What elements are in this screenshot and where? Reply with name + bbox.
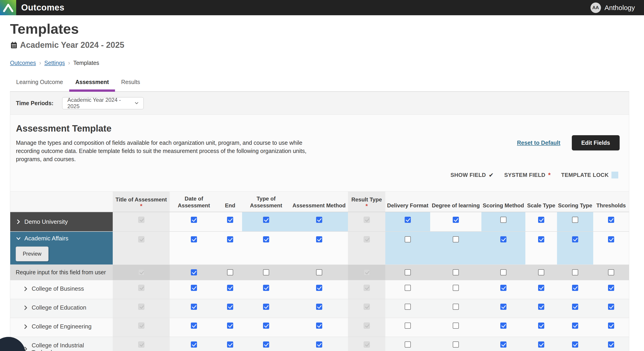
checkbox-scoring-method[interactable] — [500, 285, 506, 291]
org-cell-college-of-education[interactable]: College of Education — [10, 299, 113, 318]
checkbox-end[interactable] — [227, 342, 233, 348]
checkbox-scoring-type[interactable] — [572, 304, 578, 310]
checkbox-assessment-method[interactable] — [316, 269, 322, 275]
checkbox-type-of-assessment[interactable] — [263, 342, 269, 348]
checkbox-type-of-assessment[interactable] — [263, 285, 269, 291]
checkbox-scale-type[interactable] — [538, 285, 544, 291]
cell-college-of-engineering-delivery-format — [385, 318, 430, 337]
checkbox-scoring-method[interactable] — [500, 304, 506, 310]
cell-demo-university-date-of-assessment — [170, 212, 218, 231]
checkbox-delivery-format[interactable] — [405, 342, 411, 348]
org-cell-college-of-industrial-technology[interactable]: College of Industrial Technology — [10, 337, 113, 351]
checkbox-assessment-method[interactable] — [316, 217, 322, 223]
chevron-right-icon — [23, 286, 28, 292]
org-cell-college-of-business[interactable]: College of Business — [10, 280, 113, 299]
checkbox-delivery-format[interactable] — [405, 285, 411, 291]
checkbox-assessment-method[interactable] — [316, 342, 322, 348]
checkbox-thresholds[interactable] — [608, 304, 614, 310]
checkbox-thresholds[interactable] — [608, 285, 614, 291]
checkbox-assessment-method[interactable] — [316, 323, 322, 329]
checkbox-assessment-method[interactable] — [316, 236, 322, 242]
edit-fields-button[interactable]: Edit Fields — [572, 135, 620, 150]
checkbox-scoring-method[interactable] — [500, 217, 506, 223]
checkbox-degree-of-learning[interactable] — [453, 217, 459, 223]
checkbox-type-of-assessment[interactable] — [263, 236, 269, 242]
breadcrumb-outcomes[interactable]: Outcomes — [10, 60, 36, 66]
checkbox-scoring-type[interactable] — [572, 217, 578, 223]
checkbox-delivery-format[interactable] — [405, 217, 411, 223]
tab-results[interactable]: Results — [115, 77, 146, 91]
checkbox-degree-of-learning[interactable] — [453, 285, 459, 291]
checkbox-end[interactable] — [227, 285, 233, 291]
checkbox-assessment-method[interactable] — [316, 304, 322, 310]
checkbox-end[interactable] — [227, 323, 233, 329]
breadcrumb-settings[interactable]: Settings — [44, 60, 65, 66]
cell-college-of-business-thresholds — [593, 280, 629, 299]
checkbox-scale-type[interactable] — [538, 304, 544, 310]
checkbox-delivery-format[interactable] — [405, 269, 411, 275]
assessment-template-panel: Time Periods: Academic Year 2024 - 2025 … — [10, 92, 629, 351]
checkbox-type-of-assessment[interactable] — [263, 217, 269, 223]
checkbox-type-of-assessment[interactable] — [263, 304, 269, 310]
checkbox-thresholds[interactable] — [608, 236, 614, 242]
checkbox-delivery-format[interactable] — [405, 304, 411, 310]
checkbox-scoring-type[interactable] — [572, 236, 578, 242]
checkbox-scale-type[interactable] — [538, 236, 544, 242]
checkbox-date-of-assessment[interactable] — [191, 285, 197, 291]
table-header-row: Title of Assessment*Date of AssessmentEn… — [10, 192, 629, 212]
checkbox-degree-of-learning[interactable] — [453, 323, 459, 329]
column-header-scoring-type: Scoring Type — [557, 192, 593, 212]
cell-college-of-education-thresholds — [593, 299, 629, 318]
checkbox-date-of-assessment[interactable] — [191, 323, 197, 329]
checkbox-end[interactable] — [227, 269, 233, 275]
checkbox-scale-type[interactable] — [538, 217, 544, 223]
checkbox-type-of-assessment[interactable] — [263, 269, 269, 275]
checkbox-date-of-assessment[interactable] — [191, 236, 197, 242]
checkbox-scoring-type[interactable] — [572, 285, 578, 291]
checkbox-thresholds[interactable] — [608, 217, 614, 223]
checkbox-delivery-format[interactable] — [405, 236, 411, 242]
column-header-label: End — [225, 202, 235, 209]
checkbox-scale-type[interactable] — [538, 323, 544, 329]
checkbox-degree-of-learning[interactable] — [453, 236, 459, 242]
checkbox-thresholds[interactable] — [608, 342, 614, 348]
checkbox-scoring-type[interactable] — [572, 323, 578, 329]
panel-body: Assessment Template Manage the types and… — [10, 115, 629, 186]
org-cell-academic-affairs[interactable]: Academic AffairsPreview — [10, 232, 113, 265]
checkbox-scoring-type[interactable] — [572, 269, 578, 275]
tab-learning-outcome[interactable]: Learning Outcome — [10, 77, 69, 91]
checkbox-end[interactable] — [227, 236, 233, 242]
checkbox-scale-type[interactable] — [538, 342, 544, 348]
checkbox-scale-type[interactable] — [538, 269, 544, 275]
checkbox-thresholds[interactable] — [608, 269, 614, 275]
column-header-degree-of-learning: Degree of learning — [430, 192, 482, 212]
checkbox-scoring-type[interactable] — [572, 342, 578, 348]
checkbox-date-of-assessment[interactable] — [191, 269, 197, 275]
user-menu[interactable]: AA Anthology — [590, 2, 644, 13]
checkbox-date-of-assessment[interactable] — [191, 217, 197, 223]
tab-assessment[interactable]: Assessment — [69, 77, 115, 91]
reset-to-default-link[interactable]: Reset to Default — [517, 140, 560, 146]
preview-button[interactable]: Preview — [16, 247, 48, 261]
checkbox-scoring-method[interactable] — [500, 342, 506, 348]
checkbox-delivery-format[interactable] — [405, 323, 411, 329]
checkbox-degree-of-learning[interactable] — [453, 269, 459, 275]
checkbox-date-of-assessment[interactable] — [191, 342, 197, 348]
checkbox-scoring-method[interactable] — [500, 236, 506, 242]
checkbox-end[interactable] — [227, 304, 233, 310]
column-header-scale-type: Scale Type — [525, 192, 557, 212]
checkbox-date-of-assessment[interactable] — [191, 304, 197, 310]
checkbox-scoring-method[interactable] — [500, 269, 506, 275]
anthology-logo-icon[interactable] — [0, 0, 16, 15]
checkbox-degree-of-learning[interactable] — [453, 304, 459, 310]
org-cell-demo-university[interactable]: Demo University — [10, 212, 113, 231]
checkbox-end[interactable] — [227, 217, 233, 223]
time-periods-select[interactable]: Academic Year 2024 - 2025 — [62, 97, 144, 109]
checkbox-scoring-method[interactable] — [500, 323, 506, 329]
avatar[interactable]: AA — [590, 2, 601, 13]
checkbox-assessment-method[interactable] — [316, 285, 322, 291]
checkbox-type-of-assessment[interactable] — [263, 323, 269, 329]
checkbox-degree-of-learning[interactable] — [453, 342, 459, 348]
org-cell-college-of-engineering[interactable]: College of Engineering — [10, 318, 113, 337]
checkbox-thresholds[interactable] — [608, 323, 614, 329]
